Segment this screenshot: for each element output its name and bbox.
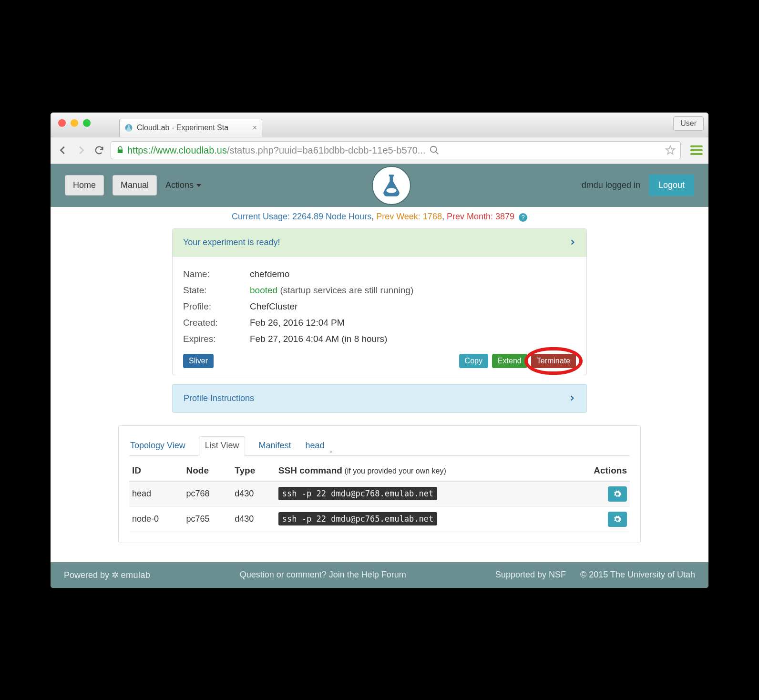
prev-month-value: 3879 (495, 212, 514, 221)
tab-head[interactable]: head (304, 437, 325, 455)
maximize-window-icon[interactable] (83, 119, 91, 127)
prev-week-label: Prev Week: (376, 212, 423, 221)
created-value: Feb 26, 2016 12:04 PM (250, 318, 345, 328)
caret-down-icon (196, 184, 201, 187)
page-content: Home Manual Actions dmdu logged in Logou… (51, 164, 708, 588)
logout-button[interactable]: Logout (649, 175, 694, 196)
traffic-lights (58, 119, 91, 127)
tab-manifest[interactable]: Manifest (257, 437, 292, 455)
table-row: node-0 pc765 d430 ssh -p 22 dmdu@pc765.e… (129, 506, 630, 532)
bookmark-star-icon[interactable] (665, 145, 676, 155)
url-input[interactable]: https ://www.cloudlab.us /status.php?uui… (111, 141, 681, 159)
state-note: (startup services are still running) (277, 285, 413, 295)
status-panel-title: Your experiment is ready! (183, 237, 280, 247)
footer: Powered by ✲emulab Question or comment? … (51, 562, 708, 588)
emulab-text: emulab (121, 570, 151, 580)
terminate-button[interactable]: Terminate (531, 354, 576, 368)
name-label: Name: (183, 269, 250, 279)
status-panel: Your experiment is ready! Name:chefdemo … (172, 228, 587, 375)
favicon-icon (124, 124, 133, 132)
tab-title: CloudLab - Experiment Sta (137, 124, 228, 132)
lock-icon (116, 146, 124, 154)
chevron-right-icon (569, 237, 576, 247)
cell-ssh: ssh -p 22 dmdu@pc768.emulab.net (276, 481, 565, 507)
chrome-menu-icon[interactable] (690, 145, 703, 155)
svg-point-2 (386, 188, 396, 193)
sliver-button[interactable]: Sliver (183, 354, 214, 368)
url-host: ://www.cloudlab.us (148, 145, 227, 156)
col-type: Type (232, 461, 276, 481)
instructions-panel-heading[interactable]: Profile Instructions (173, 384, 586, 412)
cell-id: node-0 (129, 506, 183, 532)
ssh-command[interactable]: ssh -p 22 dmdu@pc765.emulab.net (278, 512, 437, 525)
cell-type: d430 (232, 481, 276, 507)
emulab-flower-icon: ✲ (112, 570, 119, 580)
actions-dropdown[interactable]: Actions (165, 180, 201, 190)
manual-button[interactable]: Manual (113, 175, 157, 196)
svg-point-1 (431, 146, 437, 153)
tab-topology[interactable]: Topology View (129, 437, 186, 455)
powered-by: Powered by ✲emulab (64, 570, 151, 580)
nodes-panel: Topology View List View Manifest head × … (118, 425, 641, 543)
powered-by-label: Powered by (64, 570, 112, 580)
cell-node: pc768 (183, 481, 232, 507)
cloudlab-logo-icon[interactable] (372, 166, 411, 205)
emulab-logo[interactable]: ✲emulab (112, 570, 151, 580)
copy-button[interactable]: Copy (459, 354, 488, 368)
usage-sep2: , (442, 212, 447, 221)
profile-label: Profile: (183, 301, 250, 312)
zoom-icon[interactable] (429, 145, 440, 155)
tab-close-icon[interactable]: × (253, 124, 257, 132)
created-label: Created: (183, 318, 250, 328)
forward-button[interactable] (74, 144, 88, 157)
state-label: State: (183, 285, 250, 296)
actions-label: Actions (165, 180, 194, 190)
instructions-panel: Profile Instructions (172, 384, 587, 413)
current-usage-value: 2264.89 Node Hours (292, 212, 371, 221)
logo-wrap (210, 166, 573, 205)
chrome-user-button[interactable]: User (673, 116, 704, 131)
ssh-command[interactable]: ssh -p 22 dmdu@pc768.emulab.net (278, 487, 437, 500)
prev-week-value: 1768 (423, 212, 442, 221)
reload-button[interactable] (92, 144, 106, 157)
nodes-table: ID Node Type SSH command (if you provide… (129, 461, 630, 532)
cell-node: pc765 (183, 506, 232, 532)
supported-by: Supported by NSF (495, 570, 566, 580)
profile-link[interactable]: ChefCluster (250, 301, 297, 312)
home-button[interactable]: Home (65, 175, 104, 196)
help-icon[interactable]: ? (519, 213, 527, 222)
table-row: head pc768 d430 ssh -p 22 dmdu@pc768.emu… (129, 481, 630, 507)
cell-actions (565, 506, 630, 532)
copyright: © 2015 The University of Utah (580, 570, 695, 580)
browser-tab[interactable]: CloudLab - Experiment Sta × (119, 119, 262, 137)
status-panel-heading[interactable]: Your experiment is ready! (173, 229, 586, 257)
usage-sep1: , (371, 212, 376, 221)
back-button[interactable] (56, 144, 70, 157)
url-path: /status.php?uuid=ba61bdbb-dcbb-11e5-b570… (227, 145, 425, 156)
address-bar: https ://www.cloudlab.us /status.php?uui… (51, 137, 708, 164)
cell-type: d430 (232, 506, 276, 532)
expires-label: Expires: (183, 334, 250, 344)
gear-icon (613, 515, 622, 524)
cell-id: head (129, 481, 183, 507)
tab-head-close-icon[interactable]: × (329, 448, 333, 455)
row-actions-button[interactable] (608, 512, 627, 527)
col-ssh-sub: (if you provided your own key) (342, 467, 446, 475)
extend-button[interactable]: Extend (492, 354, 527, 368)
minimize-window-icon[interactable] (71, 119, 78, 127)
cell-actions (565, 481, 630, 507)
usage-bar: Current Usage: 2264.89 Node Hours, Prev … (51, 207, 708, 226)
row-actions-button[interactable] (608, 486, 627, 502)
chevron-right-icon (569, 393, 575, 403)
titlebar: CloudLab - Experiment Sta × User (51, 113, 708, 137)
close-window-icon[interactable] (58, 119, 66, 127)
logged-in-text: dmdu logged in (582, 180, 640, 190)
tab-list[interactable]: List View (199, 436, 246, 456)
help-forum-link[interactable]: Question or comment? Join the Help Forum (165, 570, 481, 580)
gear-icon (613, 490, 622, 498)
url-scheme: https (127, 145, 148, 156)
current-usage-label: Current Usage: (232, 212, 292, 221)
state-value: booted (250, 285, 277, 295)
instructions-title: Profile Instructions (184, 393, 254, 403)
view-tabs: Topology View List View Manifest head × (129, 436, 630, 456)
